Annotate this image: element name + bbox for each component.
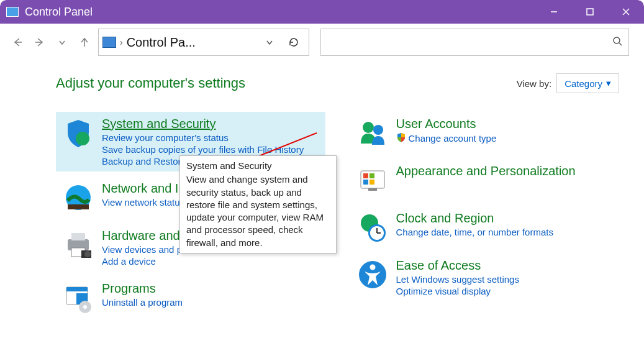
category-link-change-account-type[interactable]: Change account type — [396, 132, 614, 144]
breadcrumb-text[interactable]: Control Pa... — [127, 35, 256, 50]
search-icon[interactable] — [612, 36, 622, 48]
svg-rect-27 — [370, 173, 374, 178]
link-label: Change date, time, or number formats — [396, 227, 553, 237]
window-title: Control Panel — [25, 6, 93, 19]
category-clock-and-region[interactable]: Clock and RegionChange date, time, or nu… — [350, 206, 620, 249]
category-link-let-windows-suggest-settings[interactable]: Let Windows suggest settings — [396, 274, 614, 285]
svg-line-8 — [619, 43, 622, 45]
svg-point-37 — [370, 265, 375, 270]
printer-icon — [62, 229, 94, 261]
svg-rect-19 — [66, 287, 88, 291]
svg-rect-26 — [363, 173, 368, 178]
forward-button[interactable] — [31, 34, 48, 51]
address-dropdown[interactable] — [260, 38, 279, 47]
toolbar: › Control Pa... — [0, 24, 644, 61]
category-link-optimize-visual-display[interactable]: Optimize visual display — [396, 286, 614, 296]
control-panel-icon — [102, 37, 116, 48]
minimize-button[interactable] — [536, 0, 572, 24]
svg-rect-30 — [368, 188, 377, 191]
svg-rect-12 — [68, 204, 89, 209]
category-title[interactable]: Programs — [102, 281, 319, 296]
tooltip-title: System and Security — [186, 160, 330, 172]
category-title[interactable]: User Accounts — [396, 117, 614, 131]
appearance-icon — [356, 164, 389, 196]
page-heading: Adjust your computer's settings — [56, 75, 245, 91]
svg-rect-1 — [587, 9, 593, 15]
svg-rect-14 — [71, 233, 85, 240]
category-user-accounts[interactable]: User AccountsChange account type — [350, 112, 620, 154]
category-link-save-backup-copies-of-your-files-with-file-history[interactable]: Save backup copies of your files with Fi… — [102, 144, 319, 155]
view-by-label: View by: — [517, 78, 551, 89]
app-icon — [6, 7, 19, 17]
address-bar[interactable]: › Control Pa... — [98, 29, 309, 56]
category-link-uninstall-a-program[interactable]: Uninstall a program — [102, 297, 319, 308]
search-bar[interactable] — [320, 29, 629, 56]
shield-icon — [62, 117, 94, 149]
link-label: Uninstall a program — [102, 297, 183, 308]
view-by-value: Category — [565, 78, 602, 89]
recent-dropdown[interactable] — [53, 34, 71, 51]
globe-icon — [62, 181, 94, 214]
svg-point-24 — [373, 125, 383, 135]
svg-rect-29 — [370, 180, 374, 185]
search-input[interactable] — [327, 36, 612, 48]
category-body: Ease of AccessLet Windows suggest settin… — [396, 258, 614, 296]
category-ease-of-access[interactable]: Ease of AccessLet Windows suggest settin… — [350, 254, 620, 301]
programs-icon — [62, 281, 94, 314]
titlebar: Control Panel — [0, 0, 644, 24]
category-title[interactable]: System and Security — [102, 117, 319, 131]
view-by: View by: Category ▾ — [517, 73, 619, 93]
category-programs[interactable]: ProgramsUninstall a program — [56, 276, 325, 319]
link-label: Optimize visual display — [396, 286, 491, 296]
svg-point-22 — [83, 305, 87, 309]
category-title[interactable]: Appearance and Personalization — [396, 164, 614, 178]
tooltip-body: View and change system and security stat… — [186, 173, 330, 249]
svg-point-10 — [76, 132, 89, 145]
maximize-button[interactable] — [572, 0, 608, 24]
close-button[interactable] — [608, 0, 644, 24]
category-body: Clock and RegionChange date, time, or nu… — [396, 211, 614, 244]
svg-rect-28 — [363, 180, 368, 185]
svg-point-23 — [363, 122, 374, 133]
link-label: Save backup copies of your files with Fi… — [102, 144, 304, 155]
breadcrumb-chevron-icon: › — [120, 37, 123, 47]
category-title[interactable]: Ease of Access — [396, 258, 614, 273]
view-by-select[interactable]: Category ▾ — [556, 73, 619, 93]
svg-point-17 — [84, 251, 91, 257]
svg-point-7 — [614, 37, 620, 43]
chevron-down-icon: ▾ — [606, 78, 611, 89]
category-link-review-your-computer-s-status[interactable]: Review your computer's status — [102, 132, 319, 143]
back-button[interactable] — [9, 34, 26, 51]
access-icon — [356, 258, 389, 291]
uac-shield-icon — [396, 132, 406, 144]
link-label: Review your computer's status — [102, 132, 229, 143]
up-button[interactable] — [76, 34, 93, 51]
tooltip: System and Security View and change syst… — [179, 155, 337, 254]
link-label: Add a device — [102, 256, 156, 267]
link-label: Let Windows suggest settings — [396, 274, 519, 285]
category-body: User AccountsChange account type — [396, 117, 614, 149]
category-link-change-date-time-or-number-formats[interactable]: Change date, time, or number formats — [396, 227, 614, 237]
clock-icon — [356, 211, 389, 244]
link-label: Change account type — [409, 133, 497, 144]
category-title[interactable]: Clock and Region — [396, 211, 614, 226]
refresh-button[interactable] — [283, 37, 305, 48]
users-icon — [356, 117, 389, 149]
category-body: ProgramsUninstall a program — [102, 281, 319, 314]
category-body: Appearance and Personalization — [396, 164, 614, 196]
category-link-add-a-device[interactable]: Add a device — [102, 256, 319, 267]
category-appearance-and-personalization[interactable]: Appearance and Personalization — [350, 159, 620, 201]
